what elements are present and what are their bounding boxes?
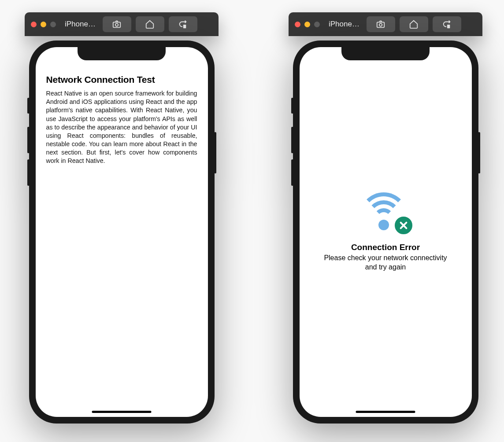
rotate-icon xyxy=(178,19,188,29)
page-body-text: React Native is an open source framework… xyxy=(46,89,197,166)
phone-frame-wrap: Connection Error Please check your netwo… xyxy=(289,36,482,424)
minimize-window-button[interactable] xyxy=(304,22,310,27)
power-button xyxy=(214,132,216,173)
home-icon xyxy=(145,19,155,29)
svg-point-1 xyxy=(115,23,118,26)
rotate-icon xyxy=(442,19,452,29)
svg-point-4 xyxy=(379,23,382,26)
volume-up-button xyxy=(291,127,293,153)
phone-frame-wrap: Network Connection Test React Native is … xyxy=(25,36,219,424)
phone-screen[interactable]: Network Connection Test React Native is … xyxy=(36,47,208,417)
volume-down-button xyxy=(27,159,30,186)
close-window-button[interactable] xyxy=(295,22,300,27)
rotate-button[interactable] xyxy=(433,16,461,32)
window-title: iPhone… xyxy=(65,20,96,29)
maximize-window-button[interactable] xyxy=(50,22,56,27)
wifi-error-icon xyxy=(359,192,412,235)
power-button xyxy=(478,132,480,173)
simulator-window-right: iPhone… xyxy=(289,12,482,424)
rotate-button[interactable] xyxy=(169,16,197,32)
phone-screen[interactable]: Connection Error Please check your netwo… xyxy=(300,47,472,417)
home-indicator[interactable] xyxy=(356,411,415,413)
window-titlebar[interactable]: iPhone… xyxy=(289,12,482,36)
svg-rect-3 xyxy=(377,22,385,27)
mute-switch xyxy=(27,98,30,114)
connection-error-panel: Connection Error Please check your netwo… xyxy=(300,47,472,417)
mute-switch xyxy=(291,98,293,114)
phone-frame: Connection Error Please check your netwo… xyxy=(293,41,478,424)
phone-notch xyxy=(341,47,430,60)
volume-up-button xyxy=(27,127,30,153)
close-window-button[interactable] xyxy=(31,22,37,27)
window-titlebar[interactable]: iPhone… xyxy=(25,12,219,36)
home-indicator[interactable] xyxy=(92,411,152,413)
screenshot-button[interactable] xyxy=(103,16,131,32)
maximize-window-button[interactable] xyxy=(314,22,320,27)
screenshot-icon xyxy=(112,19,122,29)
page-title: Network Connection Test xyxy=(46,74,197,85)
phone-notch xyxy=(78,47,166,60)
screenshot-button[interactable] xyxy=(367,16,395,32)
error-message: Please check your network connectivity a… xyxy=(319,254,452,272)
error-title: Connection Error xyxy=(351,243,420,252)
svg-rect-2 xyxy=(183,25,186,28)
traffic-lights xyxy=(295,22,320,27)
x-badge-icon xyxy=(393,215,414,236)
home-button[interactable] xyxy=(136,16,164,32)
volume-down-button xyxy=(291,159,293,186)
app-content: Network Connection Test React Native is … xyxy=(36,47,208,174)
svg-rect-5 xyxy=(447,25,450,28)
home-icon xyxy=(409,19,419,29)
minimize-window-button[interactable] xyxy=(41,22,46,27)
svg-rect-0 xyxy=(113,22,121,27)
window-title: iPhone… xyxy=(329,20,359,29)
simulator-window-left: iPhone… Network Connection Test React Na… xyxy=(25,12,219,424)
home-button[interactable] xyxy=(400,16,428,32)
phone-frame: Network Connection Test React Native is … xyxy=(29,41,215,424)
traffic-lights xyxy=(31,22,56,27)
screenshot-icon xyxy=(376,19,385,29)
